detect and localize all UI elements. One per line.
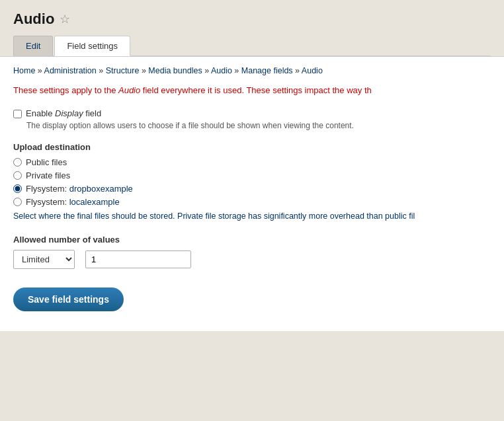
upload-destination-section: Upload destination Public files Private … bbox=[13, 142, 491, 223]
page-title: Audio bbox=[13, 11, 54, 28]
settings-info-text: These settings apply to the Audio field … bbox=[13, 85, 491, 96]
radio-local-label: Flysystem: localexample bbox=[26, 197, 120, 207]
breadcrumb-media-bundles[interactable]: Media bundles bbox=[148, 66, 202, 75]
radio-local: Flysystem: localexample bbox=[13, 197, 491, 207]
breadcrumb-manage-fields[interactable]: Manage fields bbox=[241, 66, 293, 75]
tab-field-settings[interactable]: Field settings bbox=[54, 36, 130, 56]
radio-private-files-label: Private files bbox=[26, 171, 70, 180]
allowed-values-row: Limited Unlimited bbox=[13, 250, 491, 269]
radio-public-files-input[interactable] bbox=[13, 158, 22, 167]
radio-public-files-label: Public files bbox=[26, 157, 67, 167]
breadcrumb: Home » Administration » Structure » Medi… bbox=[13, 66, 491, 75]
breadcrumb-structure[interactable]: Structure bbox=[106, 66, 140, 75]
tab-edit[interactable]: Edit bbox=[13, 36, 53, 56]
display-field-section: Enable Display field The display option … bbox=[13, 108, 491, 130]
favorite-star-icon[interactable]: ☆ bbox=[60, 12, 70, 26]
allowed-values-number-input[interactable] bbox=[85, 250, 191, 268]
allowed-values-type-select[interactable]: Limited Unlimited bbox=[13, 250, 75, 269]
enable-display-checkbox[interactable] bbox=[13, 110, 22, 118]
upload-destination-title: Upload destination bbox=[13, 142, 491, 152]
allowed-values-section: Allowed number of values Limited Unlimit… bbox=[13, 235, 491, 269]
upload-destination-info: Select where the final files should be s… bbox=[13, 211, 491, 223]
breadcrumb-audio[interactable]: Audio bbox=[211, 66, 232, 75]
tabs-row: Edit Field settings bbox=[13, 36, 491, 56]
radio-dropbox: Flysystem: dropboxexample bbox=[13, 184, 491, 194]
local-link[interactable]: localexample bbox=[69, 197, 120, 207]
breadcrumb-home[interactable]: Home bbox=[13, 66, 35, 75]
enable-display-label: Enable Display field bbox=[26, 108, 101, 118]
radio-dropbox-label: Flysystem: dropboxexample bbox=[26, 184, 133, 194]
radio-private-files: Private files bbox=[13, 171, 491, 180]
dropbox-link[interactable]: dropboxexample bbox=[69, 184, 133, 194]
upload-destination-options: Public files Private files Flysystem: dr… bbox=[13, 157, 491, 207]
breadcrumb-audio-last[interactable]: Audio bbox=[302, 66, 323, 75]
save-field-settings-button[interactable]: Save field settings bbox=[13, 287, 124, 311]
allowed-values-title: Allowed number of values bbox=[13, 235, 491, 245]
radio-dropbox-input[interactable] bbox=[13, 184, 22, 193]
radio-public-files: Public files bbox=[13, 157, 491, 167]
breadcrumb-administration[interactable]: Administration bbox=[44, 66, 97, 75]
radio-local-input[interactable] bbox=[13, 198, 22, 206]
radio-private-files-input[interactable] bbox=[13, 171, 22, 180]
display-field-help: The display option allows users to choos… bbox=[26, 121, 491, 130]
